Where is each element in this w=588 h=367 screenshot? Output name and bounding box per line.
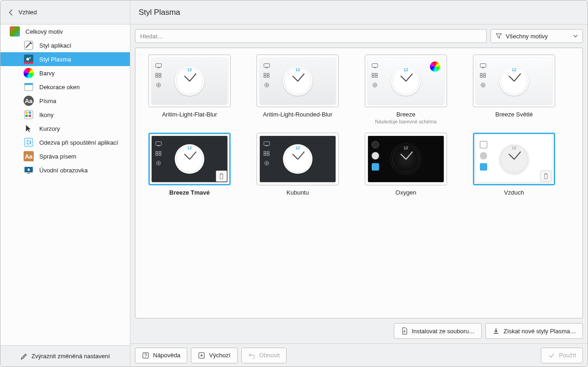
delete-theme-button[interactable] <box>216 171 227 182</box>
pencil-icon <box>20 353 28 360</box>
svg-rect-54 <box>264 152 266 153</box>
theme-name: Aritim-Light-Rounded-Blur <box>263 111 332 118</box>
svg-rect-41 <box>484 73 485 75</box>
svg-rect-25 <box>265 67 268 68</box>
topbar: Vzhled Styl Plasma <box>0 0 588 24</box>
theme-preview[interactable]: 12 <box>365 55 447 107</box>
theme-preview[interactable]: 12 <box>257 55 339 107</box>
theme-breeze-light: 12 Breeze Světlé <box>473 55 555 124</box>
theme-preview[interactable]: 12 <box>473 133 555 185</box>
sidebar-item-icons[interactable]: Ikony <box>0 108 130 122</box>
search-input[interactable]: Hledat… <box>135 29 487 43</box>
sidebar-item-font-management[interactable]: Aa Správa písem <box>0 149 130 163</box>
svg-rect-34 <box>375 73 377 75</box>
sidebar-item-label: Celkový motiv <box>25 28 63 35</box>
svg-rect-45 <box>156 142 161 146</box>
theme-air: 12 Vzduch <box>473 133 555 196</box>
check-icon <box>548 352 555 359</box>
svg-rect-26 <box>264 73 266 75</box>
defaults-icon <box>198 352 205 359</box>
svg-rect-49 <box>156 154 158 156</box>
theme-breeze: 12 Breeze Následuje barevné schéma <box>365 55 447 124</box>
sidebar-item-global-theme[interactable]: Celkový motiv <box>0 24 130 38</box>
theme-preview[interactable]: 12 <box>148 55 231 107</box>
document-import-icon <box>401 327 408 335</box>
apply-label: Použít <box>559 352 576 359</box>
svg-point-15 <box>28 169 30 171</box>
sidebar-item-label: Kurzory <box>39 125 60 132</box>
oxygen-widgets <box>372 141 379 171</box>
install-from-file-button[interactable]: Instalovat ze souboru… <box>394 323 482 339</box>
sidebar-item-label: Ikony <box>39 111 54 118</box>
theme-name: Breeze Světlé <box>496 111 533 118</box>
filter-dropdown[interactable]: Všechny motivy <box>490 29 583 43</box>
svg-rect-28 <box>264 76 266 78</box>
icons-icon <box>24 110 34 120</box>
theme-preview[interactable]: 12 <box>148 133 231 185</box>
svg-rect-18 <box>157 67 159 68</box>
theme-name: Kubuntu <box>287 189 309 196</box>
highlight-changed-button[interactable]: Zvýraznit změněná nastavení <box>0 345 130 367</box>
sidebar-item-label: Styl Plasma <box>39 56 71 63</box>
svg-rect-52 <box>264 142 270 146</box>
font-management-icon: Aa <box>24 151 34 161</box>
theme-preview[interactable]: 12 <box>473 55 555 107</box>
launch-feedback-icon <box>24 137 34 147</box>
sidebar-item-label: Styl aplikací <box>39 42 71 49</box>
undo-icon <box>248 352 256 359</box>
theme-preview[interactable]: 12 <box>365 133 447 185</box>
svg-rect-24 <box>264 64 270 67</box>
svg-rect-55 <box>267 152 269 153</box>
sidebar-item-label: Barvy <box>39 70 55 77</box>
theme-oxygen: 12 Oxygen <box>365 133 447 196</box>
svg-rect-56 <box>264 154 266 156</box>
svg-rect-43 <box>484 76 485 78</box>
global-theme-icon <box>10 26 20 37</box>
theme-subtitle: Následuje barevné schéma <box>375 119 436 124</box>
svg-rect-20 <box>159 73 161 75</box>
back-button[interactable]: Vzhled <box>0 0 130 24</box>
svg-rect-38 <box>480 64 486 67</box>
help-label: Nápověda <box>153 352 180 359</box>
get-new-button[interactable]: Získat nové styly Plasma… <box>485 323 583 339</box>
sidebar-item-cursors[interactable]: Kurzory <box>0 122 130 135</box>
svg-rect-21 <box>156 76 158 78</box>
help-button[interactable]: ? Nápověda <box>135 348 187 363</box>
svg-rect-22 <box>159 76 161 78</box>
theme-name: Vzduch <box>504 189 524 196</box>
sidebar-item-label: Správa písem <box>39 153 76 160</box>
sidebar-item-colors[interactable]: Barvy <box>0 66 130 80</box>
content-actions: Instalovat ze souboru… Získat nové styly… <box>130 323 588 343</box>
svg-rect-10 <box>25 115 28 117</box>
defaults-label: Výchozí <box>209 352 230 359</box>
reset-button: Obnovit <box>241 348 287 363</box>
theme-aritim-light-rounded: 12 Aritim-Light-Rounded-Blur <box>257 55 339 124</box>
sidebar-item-plasma-style[interactable]: Styl Plasma <box>0 52 130 66</box>
sidebar-item-launch-feedback[interactable]: Odezva při spouštění aplikací <box>0 135 130 149</box>
svg-point-3 <box>30 57 31 59</box>
svg-rect-53 <box>265 146 268 146</box>
colors-icon <box>24 68 34 78</box>
sidebar-list: Celkový motiv Styl aplikací Styl Plasma … <box>0 24 130 345</box>
svg-rect-6 <box>24 83 33 85</box>
svg-rect-48 <box>159 152 161 153</box>
sidebar-item-splash-screen[interactable]: Úvodní obrazovka <box>0 163 130 177</box>
download-icon <box>492 327 500 335</box>
theme-preview[interactable]: 12 <box>257 133 339 185</box>
delete-theme-button[interactable] <box>540 171 551 182</box>
sidebar-item-label: Dekorace oken <box>39 84 80 91</box>
defaults-button[interactable]: Výchozí <box>191 348 237 363</box>
svg-rect-9 <box>29 111 31 114</box>
back-label: Vzhled <box>18 9 37 16</box>
svg-rect-16 <box>27 173 30 174</box>
apply-button: Použít <box>541 348 583 363</box>
trash-icon <box>543 173 549 179</box>
svg-rect-17 <box>156 64 161 67</box>
theme-grid-frame: 12 Aritim-Light-Flat-Blur 12 Aritim- <box>135 48 583 318</box>
sidebar-item-fonts[interactable]: Aa Písma <box>0 94 130 108</box>
sidebar-item-app-style[interactable]: Styl aplikací <box>0 38 130 52</box>
sidebar-item-window-decorations[interactable]: Dekorace oken <box>0 80 130 94</box>
svg-rect-42 <box>480 76 482 78</box>
sidebar-item-label: Písma <box>39 98 56 104</box>
svg-rect-11 <box>29 115 31 117</box>
